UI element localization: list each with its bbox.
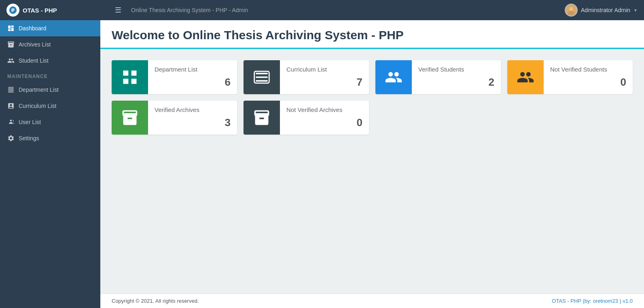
hamburger-button[interactable]: ☰: [115, 6, 121, 15]
stat-card-value-not-verified-students: 0: [550, 76, 626, 89]
stat-card-icon-department: [112, 60, 148, 94]
stat-card-verified-archives[interactable]: Verified Archives 3: [112, 101, 237, 135]
footer-right: OTAS - PHP (by: oretnom23 ) v1.0: [552, 298, 633, 304]
top-bar-left: OTAS - PHP ☰ Online Thesis Archiving Sys…: [6, 4, 248, 17]
avatar: [565, 4, 578, 17]
stat-card-label-department: Department List: [155, 66, 231, 73]
body-wrap: Dashboard Archives List Student List Mai…: [0, 20, 644, 308]
stat-card-body-department: Department List 6: [148, 60, 237, 94]
stat-card-curriculum-list[interactable]: Curriculum List 7: [244, 60, 369, 94]
sidebar-label-student-list: Student List: [19, 57, 49, 64]
sidebar-item-settings[interactable]: Settings: [0, 130, 100, 146]
page-header: Welcome to Online Thesis Archiving Syste…: [100, 20, 644, 49]
stat-card-not-verified-students[interactable]: Not Verified Students 0: [507, 60, 633, 94]
sidebar-item-archives-list[interactable]: Archives List: [0, 36, 100, 53]
sidebar-label-user-list: User List: [19, 119, 41, 125]
department-icon: [7, 86, 15, 93]
sidebar-item-curriculum-list[interactable]: Curriculum List: [0, 98, 100, 114]
stat-card-body-verified-students: Verified Students 2: [412, 60, 501, 94]
top-bar: OTAS - PHP ☰ Online Thesis Archiving Sys…: [0, 0, 644, 20]
stat-card-icon-curriculum: [244, 60, 280, 94]
stat-card-label-not-verified-archives: Not Verified Archives: [286, 106, 362, 113]
stat-card-department-list[interactable]: Department List 6: [112, 60, 237, 94]
sidebar-label-dashboard: Dashboard: [19, 25, 47, 32]
content-area: Department List 6 Curr: [100, 49, 644, 293]
svg-point-2: [569, 7, 573, 11]
not-verified-archives-icon: [253, 109, 271, 127]
stat-card-body-curriculum: Curriculum List 7: [280, 60, 369, 94]
stat-card-body-verified-archives: Verified Archives 3: [148, 101, 237, 135]
stat-card-value-department: 6: [155, 76, 231, 89]
sidebar-label-curriculum-list: Curriculum List: [19, 103, 56, 109]
sidebar-item-dashboard[interactable]: Dashboard: [0, 20, 100, 36]
stat-card-value-verified-students: 2: [418, 76, 494, 89]
stats-row-2: Verified Archives 3 Not Verified Archiv: [112, 101, 633, 135]
stat-card-value-curriculum: 7: [286, 76, 362, 89]
footer: Copyright © 2021. All rights reserved. O…: [100, 293, 644, 308]
settings-icon: [7, 135, 15, 142]
stat-card-icon-verified-students: [375, 60, 412, 94]
stat-card-body-not-verified-archives: Not Verified Archives 0: [280, 101, 369, 135]
userlist-icon: [7, 118, 15, 126]
sidebar-item-student-list[interactable]: Student List: [0, 53, 100, 69]
admin-name[interactable]: Adminstrator Admin: [581, 7, 630, 13]
sidebar-label-archives-list: Archives List: [19, 41, 51, 48]
sidebar-label-settings: Settings: [19, 135, 39, 141]
svg-point-3: [568, 11, 574, 15]
top-bar-title: Online Thesis Archiving System - PHP - A…: [128, 7, 248, 13]
brand-name: OTAS - PHP: [23, 7, 57, 14]
chevron-down-icon[interactable]: ▼: [633, 8, 638, 13]
stat-card-label-not-verified-students: Not Verified Students: [550, 66, 626, 73]
top-bar-right: Adminstrator Admin ▼: [565, 4, 638, 17]
brand: OTAS - PHP: [6, 4, 107, 17]
sidebar-label-department-list: Department List: [19, 86, 59, 93]
curriculum-icon: [7, 102, 15, 110]
stat-card-icon-verified-archives: [112, 101, 148, 135]
archives-icon: [7, 41, 15, 48]
stat-card-label-verified-students: Verified Students: [418, 66, 494, 73]
grid-icon: [121, 68, 139, 86]
stat-card-icon-not-verified-students: [507, 60, 544, 94]
maintenance-section-title: Maintenance: [0, 69, 100, 82]
avatar-icon: [566, 4, 577, 16]
main-content: Welcome to Online Thesis Archiving Syste…: [100, 20, 644, 308]
sidebar-item-department-list[interactable]: Department List: [0, 82, 100, 98]
stat-card-body-not-verified-students: Not Verified Students 0: [544, 60, 633, 94]
brand-logo: [6, 4, 19, 17]
student-icon: [7, 57, 15, 64]
footer-copyright: Copyright © 2021. All rights reserved.: [112, 298, 199, 304]
stat-card-value-not-verified-archives: 0: [286, 116, 362, 129]
stat-card-value-verified-archives: 3: [155, 116, 231, 129]
stat-card-label-verified-archives: Verified Archives: [155, 106, 231, 113]
stat-card-verified-students[interactable]: Verified Students 2: [375, 60, 501, 94]
sidebar-item-user-list[interactable]: User List: [0, 114, 100, 130]
brand-logo-icon: [8, 6, 17, 15]
not-verified-students-icon: [517, 68, 534, 86]
verified-students-icon: [385, 68, 402, 86]
stats-row-1: Department List 6 Curr: [112, 60, 633, 94]
stat-card-not-verified-archives[interactable]: Not Verified Archives 0: [244, 101, 369, 135]
stat-card-label-curriculum: Curriculum List: [286, 66, 362, 73]
curriculum-card-icon: [253, 68, 271, 86]
app-wrapper: OTAS - PHP ☰ Online Thesis Archiving Sys…: [0, 0, 644, 308]
page-title: Welcome to Online Thesis Archiving Syste…: [112, 28, 633, 48]
verified-archives-icon: [121, 109, 139, 127]
sidebar: Dashboard Archives List Student List Mai…: [0, 20, 100, 308]
dashboard-icon: [7, 25, 15, 32]
stat-card-icon-not-verified-archives: [244, 101, 280, 135]
